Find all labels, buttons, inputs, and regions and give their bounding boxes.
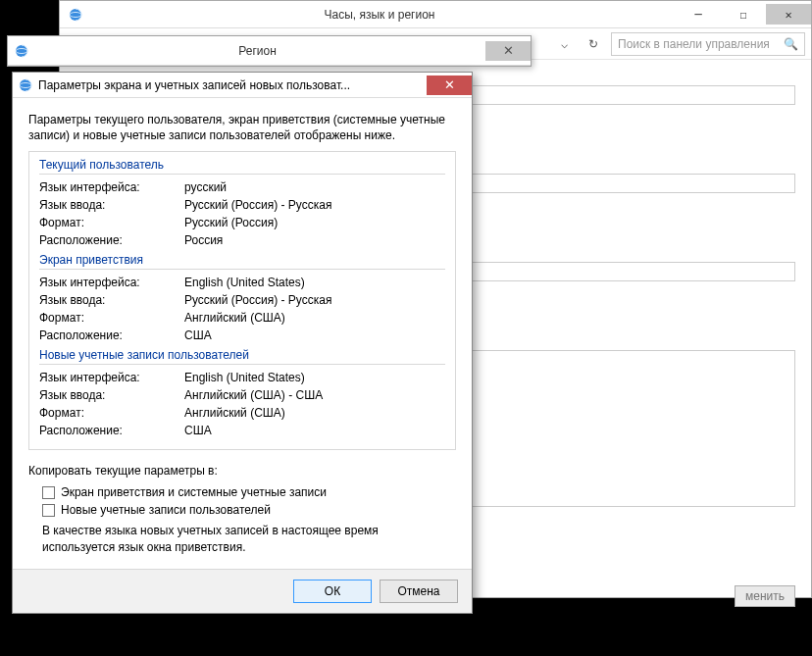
- kv-row: Язык интерфейса:русский: [39, 178, 445, 196]
- kv-value: Английский (США): [184, 311, 445, 325]
- kv-row: Формат:Русский (Россия): [39, 214, 445, 231]
- kv-key: Язык интерфейса:: [39, 180, 184, 194]
- kv-key: Язык ввода:: [39, 293, 184, 307]
- dlg-titlebar: Параметры экрана и учетных записей новых…: [13, 73, 472, 98]
- kv-value: Россия: [184, 233, 445, 247]
- intro-text: Параметры текущего пользователя, экран п…: [28, 112, 456, 143]
- copy-settings-label: Копировать текущие параметры в:: [28, 464, 456, 478]
- kv-key: Формат:: [39, 311, 184, 325]
- bg-titlebar: Часы, язык и регион ─ ☐ ✕: [60, 1, 811, 28]
- kv-row: Язык ввода:Русский (Россия) - Русская: [39, 196, 445, 214]
- search-placeholder: Поиск в панели управления: [618, 37, 770, 51]
- globe-icon: [14, 43, 29, 59]
- kv-key: Язык ввода:: [39, 198, 184, 212]
- kv-key: Формат:: [39, 406, 184, 420]
- apply-button[interactable]: менить: [735, 585, 795, 607]
- kv-value: Английский (США) - США: [184, 388, 445, 402]
- search-icon: 🔍: [784, 37, 798, 51]
- kv-row: Язык интерфейса:English (United States): [39, 274, 445, 291]
- kv-row: Язык интерфейса:English (United States): [39, 369, 445, 386]
- kv-row: Формат:Английский (США): [39, 309, 445, 327]
- kv-value: English (United States): [184, 371, 445, 384]
- minimize-button[interactable]: ─: [676, 4, 721, 25]
- kv-key: Язык интерфейса:: [39, 276, 184, 289]
- checkbox-new-users[interactable]: Новые учетные записи пользователей: [42, 503, 456, 517]
- mid-window-title: Регион: [29, 44, 485, 58]
- breadcrumb-dropdown-icon[interactable]: ⌵: [552, 32, 576, 56]
- close-button[interactable]: ✕: [427, 76, 472, 95]
- section-head-newusers: Новые учетные записи пользователей: [39, 344, 445, 365]
- kv-key: Расположение:: [39, 233, 184, 247]
- kv-key: Формат:: [39, 216, 184, 229]
- section-head-current: Текущий пользователь: [39, 158, 445, 175]
- globe-icon: [19, 78, 32, 92]
- kv-key: Язык ввода:: [39, 388, 184, 402]
- kv-value: English (United States): [184, 276, 445, 289]
- ok-button[interactable]: ОК: [293, 580, 372, 603]
- region-window: Регион ✕: [7, 35, 532, 67]
- dlg-body: Параметры текущего пользователя, экран п…: [13, 98, 472, 569]
- section-head-welcome: Экран приветствия: [39, 249, 445, 270]
- kv-value: Русский (Россия): [184, 216, 445, 229]
- checkbox-icon: [42, 504, 55, 517]
- kv-row: Формат:Английский (США): [39, 404, 445, 422]
- checkbox-welcome-screen[interactable]: Экран приветствия и системные учетные за…: [42, 485, 456, 499]
- kv-value: русский: [184, 180, 445, 194]
- mid-titlebar: Регион ✕: [8, 36, 531, 66]
- dlg-title: Параметры экрана и учетных записей новых…: [38, 78, 427, 92]
- bg-window-buttons: ─ ☐ ✕: [676, 4, 811, 25]
- kv-key: Расположение:: [39, 424, 184, 437]
- checkbox-label: Новые учетные записи пользователей: [61, 503, 271, 517]
- cancel-button[interactable]: Отмена: [380, 580, 458, 603]
- kv-value: США: [184, 328, 445, 342]
- kv-row: Язык ввода:Русский (Россия) - Русская: [39, 291, 445, 309]
- kv-row: Расположение:Россия: [39, 231, 445, 249]
- checkbox-icon: [42, 486, 55, 499]
- note-text: В качестве языка новых учетных записей в…: [42, 523, 405, 554]
- kv-row: Расположение:США: [39, 422, 445, 439]
- kv-row: Расположение:США: [39, 327, 445, 344]
- globe-icon: [68, 7, 83, 23]
- settings-group: Текущий пользователь Язык интерфейса:рус…: [28, 151, 456, 450]
- bg-window-title: Часы, язык и регион: [83, 8, 676, 22]
- kv-value: Русский (Россия) - Русская: [184, 293, 445, 307]
- kv-value: США: [184, 424, 445, 437]
- kv-key: Язык интерфейса:: [39, 371, 184, 384]
- maximize-button[interactable]: ☐: [721, 4, 766, 25]
- reload-icon[interactable]: ↻: [582, 32, 605, 56]
- kv-key: Расположение:: [39, 328, 184, 342]
- close-button[interactable]: ✕: [766, 4, 811, 25]
- kv-row: Язык ввода:Английский (США) - США: [39, 386, 445, 404]
- checkbox-label: Экран приветствия и системные учетные за…: [61, 485, 327, 499]
- settings-dialog: Параметры экрана и учетных записей новых…: [12, 72, 473, 614]
- kv-value: Английский (США): [184, 406, 445, 420]
- search-input[interactable]: Поиск в панели управления 🔍: [611, 32, 805, 56]
- close-button[interactable]: ✕: [485, 41, 531, 61]
- dlg-footer: ОК Отмена: [13, 569, 472, 613]
- kv-value: Русский (Россия) - Русская: [184, 198, 445, 212]
